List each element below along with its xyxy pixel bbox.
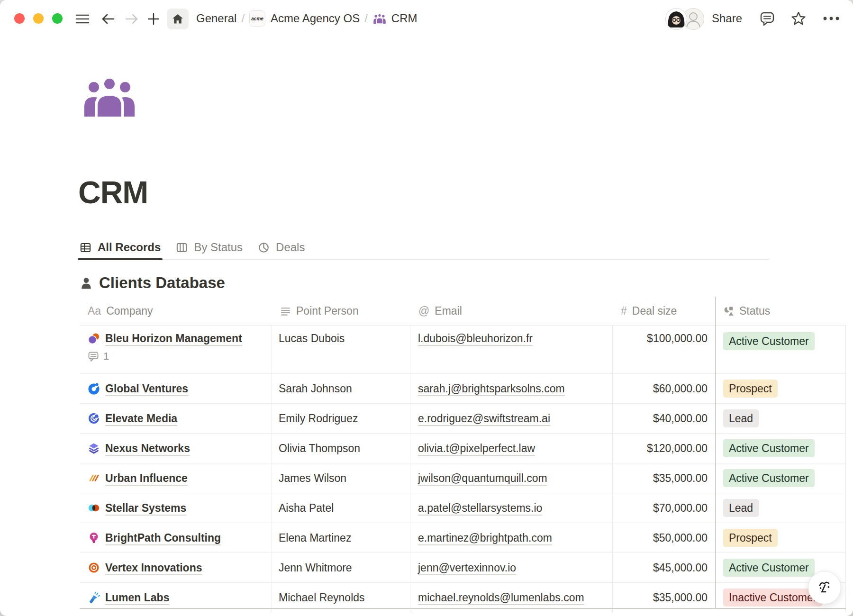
company-page-link[interactable]: Bleu Horizon Management <box>105 332 242 345</box>
notion-ai-button[interactable] <box>808 571 841 604</box>
status-cell[interactable]: Active Customer <box>715 326 846 373</box>
email-link[interactable]: jwilson@quantumquill.com <box>418 472 547 485</box>
company-cell[interactable]: BrightPath Consulting <box>80 523 272 553</box>
company-cell[interactable]: Bleu Horizon Management1 <box>80 326 272 373</box>
point-person-cell[interactable]: Olivia Thompson <box>272 434 410 463</box>
deal-size-cell[interactable]: $35,000.00 <box>613 463 715 493</box>
status-cell[interactable]: Active Customer <box>715 434 846 463</box>
table-bottom-border <box>80 608 846 609</box>
point-person-cell[interactable]: Lucas Dubois <box>272 326 410 373</box>
email-link[interactable]: e.rodriguez@swiftstream.ai <box>418 412 550 425</box>
email-link[interactable]: a.patel@stellarsystems.io <box>418 502 542 515</box>
email-link[interactable]: olivia.t@pixelperfect.law <box>418 442 535 455</box>
status-badge: Active Customer <box>723 439 815 457</box>
column-header-point-person[interactable]: Point Person <box>272 297 410 325</box>
email-cell[interactable]: e.rodriguez@swiftstream.ai <box>410 404 613 433</box>
text-style-icon: Aa <box>88 305 101 317</box>
breadcrumb-workspace[interactable]: Acme Agency OS <box>271 12 360 25</box>
company-cell[interactable]: Global Ventures <box>80 374 272 403</box>
deal-size-cell[interactable]: $120,000.00 <box>613 434 715 463</box>
new-tab-plus-icon[interactable] <box>146 11 161 27</box>
close-window-button[interactable] <box>14 13 25 24</box>
company-page-link[interactable]: Stellar Systems <box>105 502 186 515</box>
breadcrumb-page[interactable]: CRM <box>391 12 417 25</box>
ellipsis-icon <box>822 16 841 21</box>
share-button[interactable]: Share <box>712 12 742 25</box>
email-cell[interactable]: jenn@vertexinnov.io <box>410 553 613 582</box>
status-cell[interactable]: Prospect <box>715 523 846 553</box>
company-cell[interactable]: Stellar Systems <box>80 493 272 523</box>
more-options-button[interactable] <box>822 16 841 21</box>
hamburger-menu-icon[interactable] <box>75 11 90 27</box>
tab-deals[interactable]: Deals <box>258 236 305 259</box>
email-cell[interactable]: a.patel@stellarsystems.io <box>410 493 613 523</box>
comments-button[interactable] <box>759 10 775 27</box>
page-title[interactable]: CRM <box>78 174 148 210</box>
database-title[interactable]: Clients Database <box>99 274 225 292</box>
email-link[interactable]: sarah.j@brightsparksolns.com <box>418 382 565 395</box>
point-person-cell[interactable]: Aisha Patel <box>272 493 410 523</box>
page-icon-people-group[interactable] <box>81 75 138 118</box>
email-link[interactable]: e.martinez@brightpath.com <box>418 532 552 544</box>
tab-by-status[interactable]: By Status <box>176 236 243 259</box>
company-page-link[interactable]: Nexus Networks <box>105 442 190 455</box>
company-page-link[interactable]: Vertex Innovations <box>105 562 202 574</box>
column-header-email[interactable]: @ Email <box>410 297 613 325</box>
back-arrow-icon[interactable] <box>100 11 116 27</box>
home-button[interactable] <box>167 9 189 29</box>
status-cell[interactable]: Prospect <box>715 374 846 403</box>
deal-size-cell[interactable]: $100,000.00 <box>613 326 715 373</box>
deal-size-cell[interactable]: $50,000.00 <box>613 523 715 553</box>
minimize-window-button[interactable] <box>33 13 44 24</box>
status-cell[interactable]: Active Customer <box>715 463 846 493</box>
column-header-deal-size[interactable]: # Deal size <box>613 297 715 325</box>
comment-count[interactable]: 1 <box>88 350 109 362</box>
company-page-link[interactable]: BrightPath Consulting <box>105 532 221 544</box>
status-cell[interactable]: Lead <box>715 404 846 433</box>
tab-all-records[interactable]: All Records <box>80 236 161 259</box>
viewer-avatars[interactable] <box>665 7 705 30</box>
point-person-cell[interactable]: James Wilson <box>272 463 410 493</box>
frozen-column-divider[interactable] <box>715 297 716 608</box>
company-cell[interactable]: Nexus Networks <box>80 434 272 463</box>
company-cell[interactable]: Urban Influence <box>80 463 272 493</box>
email-cell[interactable]: e.martinez@brightpath.com <box>410 523 613 553</box>
company-cell[interactable]: Vertex Innovations <box>80 553 272 582</box>
table-row: BrightPath ConsultingElena Martineze.mar… <box>80 523 846 553</box>
email-link[interactable]: jenn@vertexinnov.io <box>418 562 516 574</box>
point-person-cell[interactable]: Jenn Whitmore <box>272 553 410 582</box>
deal-size-cell[interactable]: $40,000.00 <box>613 404 715 433</box>
column-label: Deal size <box>632 305 677 317</box>
breadcrumb-separator: / <box>360 12 372 25</box>
zoom-window-button[interactable] <box>52 13 63 24</box>
favorite-button[interactable] <box>790 10 807 27</box>
company-page-link[interactable]: Urban Influence <box>105 472 188 485</box>
breadcrumb-root[interactable]: General <box>196 12 236 25</box>
venn-circles-logo-icon <box>88 502 100 514</box>
email-cell[interactable]: olivia.t@pixelperfect.law <box>410 434 613 463</box>
forward-arrow-icon[interactable] <box>124 11 139 27</box>
point-person-cell[interactable]: Sarah Johnson <box>272 374 410 403</box>
deal-size-cell[interactable]: $60,000.00 <box>613 374 715 403</box>
deal-size-cell[interactable]: $45,000.00 <box>613 553 715 582</box>
company-cell[interactable]: Elevate Media <box>80 404 272 433</box>
status-badge: Active Customer <box>723 332 815 350</box>
email-link[interactable]: michael.reynolds@lumenlabs.com <box>418 591 584 604</box>
topbar: General / acme Acme Agency OS / CRM Shar… <box>0 0 853 37</box>
status-cell[interactable]: Lead <box>715 493 846 523</box>
company-page-link[interactable]: Lumen Labs <box>105 591 169 604</box>
email-cell[interactable]: l.dubois@bleuhorizon.fr <box>410 326 613 373</box>
company-page-link[interactable]: Elevate Media <box>105 412 177 425</box>
email-cell[interactable]: sarah.j@brightsparksolns.com <box>410 374 613 403</box>
star-icon <box>790 10 807 27</box>
column-header-status[interactable]: Status <box>715 297 846 325</box>
clients-table: Aa Company Point Person @ Email # Deal s… <box>80 297 846 612</box>
deal-size-cell[interactable]: $70,000.00 <box>613 493 715 523</box>
column-header-company[interactable]: Aa Company <box>80 297 272 325</box>
email-link[interactable]: l.dubois@bleuhorizon.fr <box>418 332 533 345</box>
point-person-cell[interactable]: Emily Rodriguez <box>272 404 410 433</box>
point-person-cell[interactable]: Elena Martinez <box>272 523 410 553</box>
pie-chart-icon <box>258 242 270 254</box>
company-page-link[interactable]: Global Ventures <box>105 382 188 395</box>
email-cell[interactable]: jwilson@quantumquill.com <box>410 463 613 493</box>
